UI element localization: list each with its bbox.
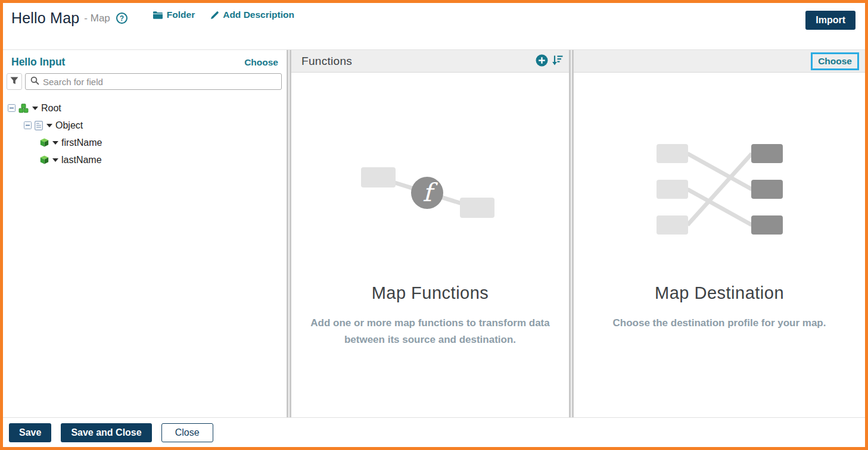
help-circle-icon[interactable]: ? (116, 12, 127, 24)
tree-node-label[interactable]: Root (41, 103, 61, 114)
tree-row-object[interactable]: Object (3, 117, 287, 134)
tree-node-label[interactable]: lastName (61, 155, 102, 165)
functions-panel: Functions (291, 50, 569, 417)
search-row (3, 72, 287, 93)
chevron-down-icon[interactable] (52, 141, 58, 145)
functions-empty-state: f Map Functions Add one or more map func… (291, 73, 569, 417)
add-description-label: Add Description (223, 10, 294, 20)
right-splitter[interactable] (569, 50, 574, 417)
field-cube-icon (40, 155, 49, 164)
collapse-minus-icon[interactable] (8, 104, 15, 112)
destination-panel: Choose Map (574, 50, 865, 417)
object-doc-icon (35, 121, 43, 130)
folder-label: Folder (167, 10, 195, 20)
chevron-down-icon[interactable] (52, 158, 58, 162)
profile-field-tree: Root (3, 93, 287, 168)
add-function-button[interactable] (536, 54, 548, 68)
close-button[interactable]: Close (161, 423, 213, 442)
tree-row-firstname[interactable]: firstName (3, 134, 287, 151)
input-panel-header: Hello Input Choose (3, 50, 287, 72)
sort-functions-button[interactable] (552, 55, 563, 68)
save-and-close-button[interactable]: Save and Close (61, 423, 151, 442)
input-choose-link[interactable]: Choose (244, 57, 278, 68)
page-subtitle: - Map (84, 12, 110, 24)
search-input[interactable] (43, 77, 276, 87)
top-header: Hello Map - Map ? Folder Add Description (3, 3, 865, 49)
tree-node-label[interactable]: Object (55, 120, 83, 131)
destination-empty-state: Map Destination Choose the destination p… (574, 73, 865, 417)
destination-choose-highlight: Choose (811, 52, 859, 70)
page-title: Hello Map (11, 10, 79, 27)
map-functions-description: Add one or more map functions to transfo… (299, 315, 561, 348)
map-editor-window: Hello Map - Map ? Folder Add Description (0, 0, 868, 450)
functions-title: Functions (301, 55, 352, 68)
pencil-icon (210, 11, 219, 20)
folder-icon (153, 11, 163, 20)
main-area: Hello Input Choose (3, 49, 865, 418)
map-destination-heading: Map Destination (655, 283, 784, 303)
tree-row-lastname[interactable]: lastName (3, 151, 287, 168)
map-functions-heading: Map Functions (372, 283, 489, 303)
chevron-down-icon[interactable] (32, 107, 38, 110)
map-functions-illustration: f (357, 160, 503, 231)
import-button[interactable]: Import (805, 11, 855, 30)
chevron-down-icon[interactable] (46, 124, 52, 127)
tree-node-label[interactable]: firstName (61, 138, 102, 148)
save-button[interactable]: Save (9, 423, 51, 442)
input-panel-title: Hello Input (11, 56, 65, 68)
folder-button[interactable]: Folder (153, 10, 195, 20)
search-box (25, 73, 282, 90)
filter-funnel-icon (10, 77, 18, 86)
plus-circle-icon (536, 54, 548, 68)
collapse-minus-icon[interactable] (24, 121, 32, 129)
tree-row-root[interactable]: Root (3, 99, 287, 117)
map-destination-description: Choose the destination profile for your … (613, 315, 826, 332)
add-description-button[interactable]: Add Description (210, 10, 294, 20)
map-destination-illustration (657, 138, 783, 237)
functions-header: Functions (291, 50, 569, 73)
destination-choose-link[interactable]: Choose (818, 56, 852, 67)
root-cubes-icon (18, 104, 29, 113)
title-group: Hello Map - Map ? (11, 10, 127, 27)
left-splitter[interactable] (287, 50, 291, 417)
field-cube-icon (40, 138, 49, 147)
input-profile-panel: Hello Input Choose (3, 50, 287, 417)
filter-button[interactable] (7, 73, 22, 90)
search-icon (30, 76, 39, 88)
footer-bar: Save Save and Close Close (3, 418, 865, 447)
sort-descending-icon (552, 55, 563, 68)
destination-header: Choose (574, 50, 865, 73)
